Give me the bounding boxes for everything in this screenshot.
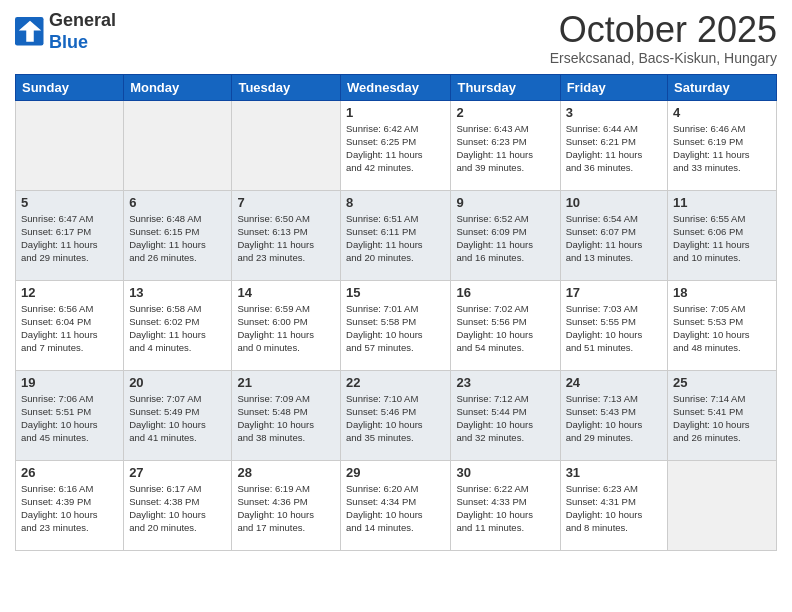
day-info: Sunrise: 6:42 AM Sunset: 6:25 PM Dayligh… xyxy=(346,122,445,175)
header: General Blue October 2025 Ersekcsanad, B… xyxy=(15,10,777,66)
day-info: Sunrise: 6:58 AM Sunset: 6:02 PM Dayligh… xyxy=(129,302,226,355)
calendar-cell: 14Sunrise: 6:59 AM Sunset: 6:00 PM Dayli… xyxy=(232,280,341,370)
day-number: 24 xyxy=(566,375,662,390)
calendar-cell: 25Sunrise: 7:14 AM Sunset: 5:41 PM Dayli… xyxy=(668,370,777,460)
day-number: 7 xyxy=(237,195,335,210)
day-number: 4 xyxy=(673,105,771,120)
day-info: Sunrise: 6:43 AM Sunset: 6:23 PM Dayligh… xyxy=(456,122,554,175)
day-number: 11 xyxy=(673,195,771,210)
day-number: 31 xyxy=(566,465,662,480)
calendar-cell: 17Sunrise: 7:03 AM Sunset: 5:55 PM Dayli… xyxy=(560,280,667,370)
day-number: 19 xyxy=(21,375,118,390)
calendar-week-4: 19Sunrise: 7:06 AM Sunset: 5:51 PM Dayli… xyxy=(16,370,777,460)
day-number: 8 xyxy=(346,195,445,210)
day-number: 14 xyxy=(237,285,335,300)
calendar-cell: 19Sunrise: 7:06 AM Sunset: 5:51 PM Dayli… xyxy=(16,370,124,460)
day-number: 23 xyxy=(456,375,554,390)
calendar-cell: 26Sunrise: 6:16 AM Sunset: 4:39 PM Dayli… xyxy=(16,460,124,550)
day-info: Sunrise: 7:10 AM Sunset: 5:46 PM Dayligh… xyxy=(346,392,445,445)
calendar-cell: 13Sunrise: 6:58 AM Sunset: 6:02 PM Dayli… xyxy=(124,280,232,370)
location: Ersekcsanad, Bacs-Kiskun, Hungary xyxy=(550,50,777,66)
day-info: Sunrise: 7:12 AM Sunset: 5:44 PM Dayligh… xyxy=(456,392,554,445)
calendar-page: General Blue October 2025 Ersekcsanad, B… xyxy=(0,0,792,612)
day-info: Sunrise: 6:23 AM Sunset: 4:31 PM Dayligh… xyxy=(566,482,662,535)
calendar-cell: 8Sunrise: 6:51 AM Sunset: 6:11 PM Daylig… xyxy=(341,190,451,280)
calendar-cell: 6Sunrise: 6:48 AM Sunset: 6:15 PM Daylig… xyxy=(124,190,232,280)
calendar-cell: 27Sunrise: 6:17 AM Sunset: 4:38 PM Dayli… xyxy=(124,460,232,550)
day-number: 15 xyxy=(346,285,445,300)
calendar-week-1: 1Sunrise: 6:42 AM Sunset: 6:25 PM Daylig… xyxy=(16,100,777,190)
day-info: Sunrise: 6:20 AM Sunset: 4:34 PM Dayligh… xyxy=(346,482,445,535)
day-number: 28 xyxy=(237,465,335,480)
calendar-week-5: 26Sunrise: 6:16 AM Sunset: 4:39 PM Dayli… xyxy=(16,460,777,550)
calendar-cell xyxy=(668,460,777,550)
day-info: Sunrise: 6:52 AM Sunset: 6:09 PM Dayligh… xyxy=(456,212,554,265)
calendar-cell xyxy=(232,100,341,190)
day-number: 21 xyxy=(237,375,335,390)
calendar-cell: 10Sunrise: 6:54 AM Sunset: 6:07 PM Dayli… xyxy=(560,190,667,280)
calendar-cell: 29Sunrise: 6:20 AM Sunset: 4:34 PM Dayli… xyxy=(341,460,451,550)
calendar-cell: 7Sunrise: 6:50 AM Sunset: 6:13 PM Daylig… xyxy=(232,190,341,280)
logo-icon xyxy=(15,17,45,47)
day-info: Sunrise: 6:50 AM Sunset: 6:13 PM Dayligh… xyxy=(237,212,335,265)
day-info: Sunrise: 6:16 AM Sunset: 4:39 PM Dayligh… xyxy=(21,482,118,535)
day-number: 6 xyxy=(129,195,226,210)
col-tuesday: Tuesday xyxy=(232,74,341,100)
calendar-week-2: 5Sunrise: 6:47 AM Sunset: 6:17 PM Daylig… xyxy=(16,190,777,280)
day-number: 1 xyxy=(346,105,445,120)
day-info: Sunrise: 6:56 AM Sunset: 6:04 PM Dayligh… xyxy=(21,302,118,355)
calendar-cell: 30Sunrise: 6:22 AM Sunset: 4:33 PM Dayli… xyxy=(451,460,560,550)
calendar-cell: 28Sunrise: 6:19 AM Sunset: 4:36 PM Dayli… xyxy=(232,460,341,550)
logo-blue: Blue xyxy=(49,32,88,52)
calendar-cell: 9Sunrise: 6:52 AM Sunset: 6:09 PM Daylig… xyxy=(451,190,560,280)
calendar-cell xyxy=(16,100,124,190)
day-info: Sunrise: 6:48 AM Sunset: 6:15 PM Dayligh… xyxy=(129,212,226,265)
day-number: 22 xyxy=(346,375,445,390)
calendar-week-3: 12Sunrise: 6:56 AM Sunset: 6:04 PM Dayli… xyxy=(16,280,777,370)
calendar-cell: 24Sunrise: 7:13 AM Sunset: 5:43 PM Dayli… xyxy=(560,370,667,460)
day-info: Sunrise: 7:07 AM Sunset: 5:49 PM Dayligh… xyxy=(129,392,226,445)
col-monday: Monday xyxy=(124,74,232,100)
day-info: Sunrise: 7:05 AM Sunset: 5:53 PM Dayligh… xyxy=(673,302,771,355)
day-number: 13 xyxy=(129,285,226,300)
logo-text: General Blue xyxy=(49,10,116,53)
day-number: 25 xyxy=(673,375,771,390)
day-info: Sunrise: 7:13 AM Sunset: 5:43 PM Dayligh… xyxy=(566,392,662,445)
day-info: Sunrise: 6:55 AM Sunset: 6:06 PM Dayligh… xyxy=(673,212,771,265)
calendar-cell: 11Sunrise: 6:55 AM Sunset: 6:06 PM Dayli… xyxy=(668,190,777,280)
day-number: 12 xyxy=(21,285,118,300)
calendar-cell xyxy=(124,100,232,190)
day-number: 9 xyxy=(456,195,554,210)
day-number: 10 xyxy=(566,195,662,210)
calendar-cell: 3Sunrise: 6:44 AM Sunset: 6:21 PM Daylig… xyxy=(560,100,667,190)
day-info: Sunrise: 7:14 AM Sunset: 5:41 PM Dayligh… xyxy=(673,392,771,445)
day-number: 3 xyxy=(566,105,662,120)
month-title: October 2025 xyxy=(550,10,777,50)
day-info: Sunrise: 7:01 AM Sunset: 5:58 PM Dayligh… xyxy=(346,302,445,355)
calendar-cell: 5Sunrise: 6:47 AM Sunset: 6:17 PM Daylig… xyxy=(16,190,124,280)
day-info: Sunrise: 6:51 AM Sunset: 6:11 PM Dayligh… xyxy=(346,212,445,265)
day-info: Sunrise: 6:59 AM Sunset: 6:00 PM Dayligh… xyxy=(237,302,335,355)
day-number: 20 xyxy=(129,375,226,390)
calendar-cell: 23Sunrise: 7:12 AM Sunset: 5:44 PM Dayli… xyxy=(451,370,560,460)
day-info: Sunrise: 6:46 AM Sunset: 6:19 PM Dayligh… xyxy=(673,122,771,175)
day-number: 18 xyxy=(673,285,771,300)
title-section: October 2025 Ersekcsanad, Bacs-Kiskun, H… xyxy=(550,10,777,66)
calendar-cell: 12Sunrise: 6:56 AM Sunset: 6:04 PM Dayli… xyxy=(16,280,124,370)
day-number: 2 xyxy=(456,105,554,120)
calendar-cell: 4Sunrise: 6:46 AM Sunset: 6:19 PM Daylig… xyxy=(668,100,777,190)
col-saturday: Saturday xyxy=(668,74,777,100)
calendar-cell: 16Sunrise: 7:02 AM Sunset: 5:56 PM Dayli… xyxy=(451,280,560,370)
day-info: Sunrise: 6:44 AM Sunset: 6:21 PM Dayligh… xyxy=(566,122,662,175)
day-info: Sunrise: 7:03 AM Sunset: 5:55 PM Dayligh… xyxy=(566,302,662,355)
col-thursday: Thursday xyxy=(451,74,560,100)
header-row: Sunday Monday Tuesday Wednesday Thursday… xyxy=(16,74,777,100)
day-number: 16 xyxy=(456,285,554,300)
logo: General Blue xyxy=(15,10,116,53)
day-number: 17 xyxy=(566,285,662,300)
day-info: Sunrise: 6:54 AM Sunset: 6:07 PM Dayligh… xyxy=(566,212,662,265)
calendar-table: Sunday Monday Tuesday Wednesday Thursday… xyxy=(15,74,777,551)
calendar-cell: 1Sunrise: 6:42 AM Sunset: 6:25 PM Daylig… xyxy=(341,100,451,190)
day-number: 26 xyxy=(21,465,118,480)
calendar-cell: 21Sunrise: 7:09 AM Sunset: 5:48 PM Dayli… xyxy=(232,370,341,460)
